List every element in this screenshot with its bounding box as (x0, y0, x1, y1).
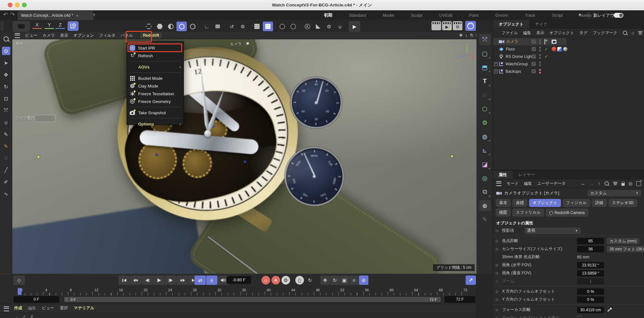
axis-y-button[interactable]: Y (44, 22, 54, 30)
key-diamond[interactable]: ◇ (496, 271, 499, 275)
attribute-tab-button[interactable]: オブジェクト (529, 199, 561, 207)
am-menu-userdata[interactable]: ユーザーデータ (537, 181, 566, 186)
layer-toggle[interactable] (532, 62, 536, 66)
expand-icon[interactable]: + (494, 62, 498, 66)
attribute-tab-button[interactable]: 詳細 (592, 199, 607, 207)
object-row-floor[interactable]: Floor ✓ (493, 45, 644, 53)
menu-item-clay-mode[interactable]: Clay Mode (127, 82, 184, 90)
bottom-menu-icon[interactable] (4, 306, 9, 311)
object-row-dome-light[interactable]: RS Dome Light ✓ (493, 53, 644, 60)
sphere-ring-icon[interactable]: ◎ (479, 173, 491, 183)
om-menu-objects[interactable]: オブジェクト (549, 30, 574, 36)
key-disable-button[interactable]: ⊘ (359, 276, 368, 285)
tab-objects[interactable]: オブジェクト (493, 20, 529, 28)
layer-toggle[interactable] (532, 47, 536, 51)
document-tab[interactable]: Watch Concept...Article.c4d * × (18, 11, 93, 20)
key-parameters-button[interactable]: ≡ (349, 276, 359, 285)
layout-tab[interactable]: Track (516, 13, 544, 18)
visibility-dots[interactable] (539, 54, 541, 59)
menu-camera[interactable]: カメラ (43, 33, 55, 38)
add-tab-button[interactable]: + (93, 12, 96, 18)
am-menu-mode[interactable]: モード (507, 181, 519, 186)
paint-colors-tool[interactable]: ⁙ (2, 154, 10, 162)
film-y-field[interactable]: 0 % (577, 296, 604, 303)
sensor-size-field[interactable]: 36 (577, 246, 604, 252)
attribute-tab-button[interactable]: ステレオ3D (609, 199, 637, 207)
film-x-field[interactable]: 0 % (577, 288, 604, 295)
select-arrow-tool[interactable]: ➤ (2, 59, 10, 67)
viewport[interactable]: 12 CUSTOMTIME (12, 39, 477, 274)
am-export-icon[interactable] (636, 181, 641, 186)
layer-toggle[interactable] (532, 40, 536, 44)
attribute-tab-button[interactable]: フィジカル (563, 199, 590, 207)
menu-tearoff-strip[interactable] (129, 42, 182, 43)
layout-tab[interactable]: Sculpt (402, 13, 431, 18)
om-menu-edit[interactable]: 編集 (523, 30, 531, 36)
annotation-icon[interactable]: A (302, 22, 312, 31)
sensor-size-preset[interactable]: 35 mm フォト (36.0 mm) (607, 246, 644, 252)
am-search-icon[interactable] (604, 182, 609, 186)
visibility-dots[interactable] (539, 61, 541, 66)
close-tab-icon[interactable]: × (76, 13, 79, 18)
loop-button[interactable]: ⇄ (194, 276, 206, 285)
axis-x-button[interactable]: X (32, 22, 42, 30)
plane-icon[interactable] (213, 22, 223, 31)
key-diamond[interactable]: ◇ (496, 297, 499, 302)
camera-label[interactable]: カメラ (230, 42, 242, 47)
field-icon[interactable]: ⊾ (479, 145, 491, 156)
section-title[interactable]: オブジェクトの属性 (493, 218, 644, 227)
object-row-watchgroup[interactable]: + WatchGroup (493, 60, 644, 68)
keyframe-selection-button[interactable]: ◇ (14, 276, 25, 285)
play-render-icon[interactable]: ▶ (349, 21, 360, 32)
object-row-camera[interactable]: カメラ (493, 38, 566, 45)
history-forward-icon[interactable]: → (590, 181, 594, 186)
redshift-material-tag[interactable] (552, 47, 556, 51)
layout-tab[interactable]: Model (374, 13, 402, 18)
om-home-icon[interactable]: ⌂ (631, 30, 634, 35)
fov-h-field[interactable]: 23.9132 ° (577, 262, 604, 268)
camera-active-icon[interactable] (545, 39, 545, 44)
range-end-field[interactable]: 72 F (444, 296, 475, 303)
focus-distance-field[interactable]: 30.4119 cm (577, 307, 604, 313)
history-back-icon[interactable]: ← (581, 181, 586, 186)
om-menu-tags[interactable]: タグ (579, 30, 588, 36)
preset-dropdown[interactable]: カスタム▼ (588, 190, 641, 196)
generator-gear-icon[interactable]: ⚙ (479, 117, 491, 128)
search-icon[interactable] (2, 35, 10, 43)
key-scale-button[interactable]: ▣ (340, 276, 349, 285)
om-filter-icon[interactable] (638, 31, 642, 34)
parent-icon[interactable]: ↑ (598, 181, 600, 186)
rectangle-select-icon[interactable]: ▢ (479, 48, 491, 59)
pencil-tool[interactable]: ✐ (2, 178, 10, 186)
mograph-icon[interactable]: ◪ (479, 159, 491, 170)
keying-settings-button[interactable]: ⚙ (281, 276, 290, 285)
pen-tool[interactable]: ✎ (2, 130, 10, 138)
visibility-dots[interactable] (539, 47, 541, 51)
tab-layers[interactable]: レイヤー (513, 171, 541, 179)
workplane-icon[interactable]: ∟ (202, 22, 212, 31)
range-bar[interactable]: 0 F 72 F (64, 297, 441, 302)
om-menu-view[interactable]: 表示 (536, 30, 544, 36)
undo-icon[interactable]: ↶ (3, 11, 8, 18)
key-diamond[interactable]: ◇ (496, 229, 499, 233)
coordinate-system-button[interactable] (68, 21, 79, 31)
record-keyframe-button[interactable]: ◇ (261, 276, 270, 285)
text-tool-icon[interactable]: T (479, 76, 491, 87)
bottom-menu-create[interactable]: 作成 (14, 305, 22, 311)
sculpt-flatten-icon[interactable] (155, 22, 165, 31)
rotation-record-icon[interactable]: ↻ (305, 276, 315, 285)
am-menu-edit[interactable]: 編集 (524, 181, 532, 186)
snap-triangle-icon[interactable] (313, 22, 323, 31)
modeling-settings-icon[interactable]: ⚙ (324, 22, 334, 31)
next-frame-button[interactable] (165, 276, 176, 285)
prev-frame-button[interactable] (142, 276, 153, 285)
sculpt-pull-icon[interactable] (144, 22, 154, 31)
attribute-tab-button[interactable]: Redshift Camera (546, 209, 588, 217)
visibility-dots[interactable] (539, 39, 541, 44)
attribute-tab-button[interactable]: スフィリカル (512, 209, 544, 217)
play-all-frames-button[interactable]: A̲ (206, 276, 217, 285)
snap-tool[interactable]: ∪ (2, 118, 10, 126)
range-track[interactable]: 0 F 72 F (63, 296, 442, 303)
focal-length-field[interactable]: 85 (577, 238, 604, 244)
menu-options[interactable]: オプション (73, 33, 94, 38)
